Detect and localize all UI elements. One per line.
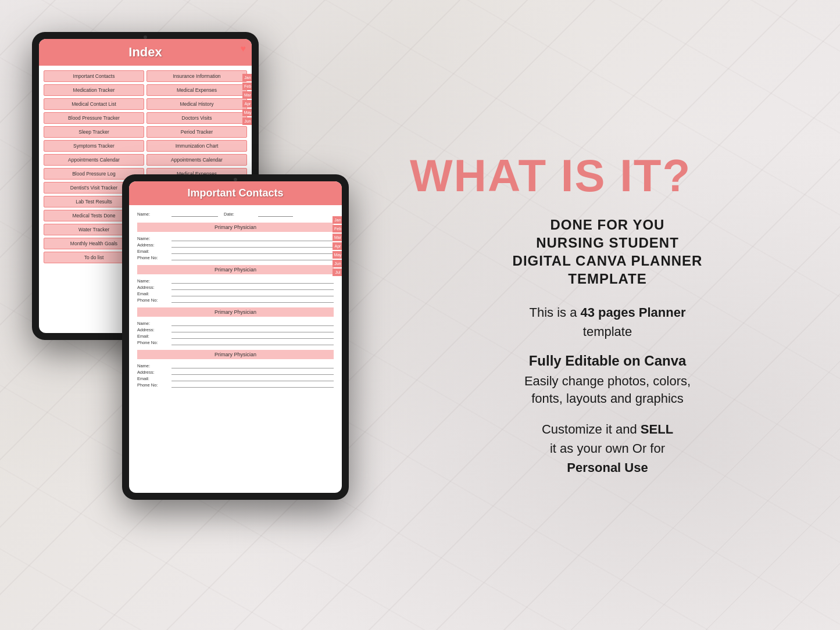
field-email: Email: [137,376,169,381]
tablet1-side-tabs: Jan Feb Mar Apr May Jun [242,74,252,125]
contact-group-2: Name: Address: Email: Phone No: [137,278,334,303]
field-underline [171,369,334,375]
tablet-index-header: Index ♥ [39,39,252,66]
field-phone: Phone No: [137,382,169,388]
tab2-may: May [333,251,342,259]
right-section: WHAT IS IT? DONE FOR YOU NURSING STUDENT… [387,0,840,630]
field-underline [171,291,334,296]
sell-bold: SELL [641,422,673,436]
tab2-feb: Feb [333,225,342,232]
field-underline [171,320,334,326]
date-underline [258,211,293,217]
field-underline [171,375,334,381]
index-item: Medical Contact List [44,98,144,110]
field-line: Name: [137,278,334,284]
index-item: Appointments Calendar [44,154,144,166]
subtitle-line-1: DONE FOR YOU [410,216,805,234]
field-address: Address: [137,285,169,290]
field-underline [171,382,334,388]
contact-group-4: Name: Address: Email: Phone No: [137,363,334,388]
field-underline [171,297,334,303]
field-underline [171,235,334,241]
tab-apr: Apr [242,100,252,108]
contacts-content: Name: Date: Primary Physician Name: [129,205,342,398]
tablet-contacts-title: Important Contacts [134,187,337,199]
index-item: Insurance Information [146,70,247,82]
field-name: Name: [137,236,169,241]
personal-use-bold: Personal Use [567,460,648,475]
tab-jan: Jan [242,74,252,81]
index-item: Immunization Chart [146,140,247,152]
editable-block: Fully Editable on Canva Easily change ph… [410,353,805,409]
field-line: Email: [137,333,334,339]
field-line: Phone No: [137,297,334,303]
description-text: This is a 43 pages Planner template [410,303,805,341]
tab-jun: Jun [242,117,252,125]
tab2-apr: Apr [333,242,342,250]
field-address: Address: [137,327,169,332]
date-section: Date: [224,211,293,217]
name-date-row: Name: Date: [137,211,334,217]
tab2-jul: Jul [333,269,342,276]
field-line: Address: [137,242,334,248]
section-header-2: Primary Physician [137,265,334,274]
field-phone: Phone No: [137,298,169,303]
field-line: Name: [137,363,334,368]
field-line: Name: [137,235,334,241]
description-block: This is a 43 pages Planner template [410,303,805,341]
field-underline [171,255,334,260]
field-line: Address: [137,284,334,290]
tab-feb: Feb [242,83,252,90]
tablet-contacts: Important Contacts Jan Feb Mar Apr May J… [122,174,349,500]
section-header-4: Primary Physician [137,350,334,359]
tab2-jan: Jan [333,216,342,224]
field-address: Address: [137,242,169,248]
tablet2-side-tabs: Jan Feb Mar Apr May Jun Jul [333,216,342,276]
field-name: Name: [137,363,169,368]
section-header-1: Primary Physician [137,223,334,232]
tablet-index-title: Index [44,45,247,60]
sell-text: Customize it and SELL it as your own Or … [410,420,805,477]
contact-group-3: Name: Address: Email: Phone No: [137,320,334,345]
field-line: Phone No: [137,382,334,388]
name-label: Name: [137,212,169,217]
tablet-contacts-inner: Important Contacts Jan Feb Mar Apr May J… [129,181,342,493]
index-item: Important Contacts [44,70,144,82]
field-underline [171,363,334,368]
field-phone: Phone No: [137,340,169,345]
subtitle-line-4: TEMPLATE [410,270,805,288]
field-line: Email: [137,375,334,381]
field-email: Email: [137,334,169,339]
index-item: Blood Pressure Tracker [44,112,144,124]
tab2-mar: Mar [333,234,342,241]
field-underline [171,242,334,248]
heart-icon: ♥ [241,44,246,54]
tab-may: May [242,109,252,116]
field-email: Email: [137,249,169,254]
subtitle-block: DONE FOR YOU NURSING STUDENT DIGITAL CAN… [410,216,805,288]
field-email: Email: [137,291,169,296]
date-label: Date: [224,212,256,217]
field-line: Phone No: [137,339,334,345]
template-word: template [583,324,632,339]
tab2-jun: Jun [333,260,342,267]
editable-title: Fully Editable on Canva [410,353,805,369]
field-underline [171,284,334,290]
field-line: Address: [137,327,334,332]
index-item: Symptoms Tracker [44,140,144,152]
left-section: Index ♥ Jan Feb Mar Apr May Jun Importan… [0,0,372,630]
field-underline [171,333,334,339]
field-underline [171,339,334,345]
field-line: Name: [137,320,334,326]
field-name: Name: [137,278,169,284]
pages-bold: 43 pages Planner [581,305,686,320]
index-item: Sleep Tracker [44,126,144,138]
contact-group-1: Name: Address: Email: Phone No: [137,235,334,260]
field-address: Address: [137,370,169,375]
index-item: Medical Expenses [146,84,247,96]
name-section: Name: [137,211,218,217]
index-item: Medication Tracker [44,84,144,96]
name-underline [171,211,218,217]
index-item: Doctors Visits [146,112,247,124]
index-item: Appointments Calendar [146,154,247,166]
